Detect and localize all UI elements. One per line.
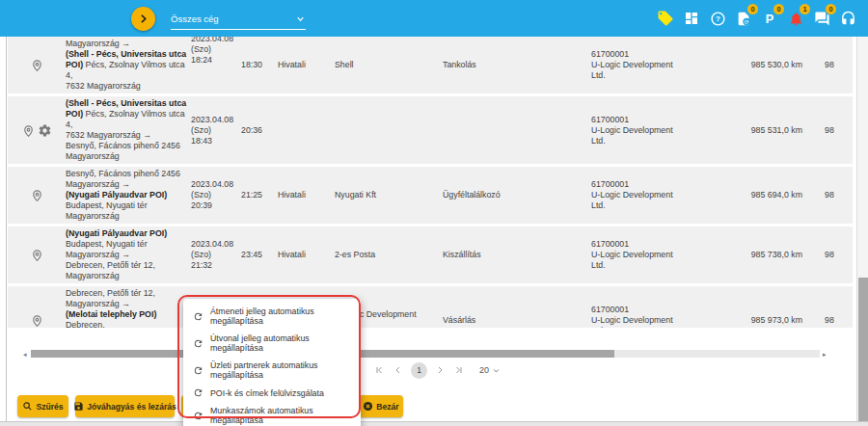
table-row[interactable]: Debrecen, Petőfi tér 12,Magyarország →(M… [8,286,853,328]
hscroll-right-arrow[interactable]: ▸ [823,351,827,359]
topbar-icon-group: ? ⟳ 0 P 0 1 0 [657,0,856,37]
panel-left-edge [6,37,7,421]
trip-address: (Shell - Pécs, Universitas utcaPOI) Pécs… [66,96,191,164]
table-row[interactable]: (Nyugati Pályaudvar POI)Budapest, Nyugat… [8,226,853,283]
page-size-value: 20 [479,365,489,375]
first-page-button[interactable] [372,363,386,377]
vertical-scrollbar[interactable] [856,37,868,421]
automation-menu-item-label: Átmeneti jelleg automatikus megállapítás… [210,306,351,326]
headset-icon[interactable] [839,10,856,27]
trip-purpose: Tankolás [434,58,542,72]
page-size-select[interactable]: 20 [479,365,501,375]
trip-date: 2023.04.08(Szo)18:43 [191,113,241,148]
row-icons [8,56,66,74]
filter-button[interactable]: Szűrés [17,395,68,417]
chevron-down-icon [295,13,306,24]
trip-end-time: 20:36 [241,123,278,138]
svg-text:?: ? [716,14,720,23]
table-row[interactable]: (Shell - Pécs, Universitas utcaPOI) Pécs… [8,96,853,164]
trip-address: Debrecen, Petőfi tér 12,Magyarország →(M… [66,286,191,328]
refresh-icon [193,311,203,322]
trip-next-column-cut: 98 [808,248,853,262]
window-bottom-strip [0,421,868,426]
close-circle-icon [363,401,373,412]
trip-type [278,128,328,132]
expand-panel-button[interactable] [131,7,155,31]
previous-page-button[interactable] [392,363,405,377]
pin-icon [30,188,44,202]
company-filter-select[interactable]: Összes cég [171,9,306,30]
topbar: Összes cég ? ⟳ 0 P 0 [0,0,868,37]
trip-partner: 2-es Posta [328,248,434,262]
trip-date: 2023.04.08(Szo)18:24 [191,37,241,67]
trip-odometer: 985 530,0 km [687,58,808,72]
trip-date: 2023.04.08(Szo)21:32 [191,237,241,273]
next-page-button[interactable] [433,363,447,377]
trip-purpose [434,128,542,132]
parking-icon[interactable]: P 0 [761,10,778,27]
company-filter-value: Összes cég [171,13,219,24]
svg-text:P: P [766,13,774,26]
dashboard-icon[interactable] [683,10,700,27]
gear-icon[interactable] [38,123,52,138]
close-button-label: Bezár [376,402,398,412]
table-row[interactable]: Besnyő, Fácános pihenő 2456Magyarország … [8,167,853,224]
trip-address: Besnyő, Fácános pihenő 2456Magyarország … [66,167,191,224]
trip-next-column-cut: 98 [808,123,853,138]
trip-next-column-cut: 98 [808,188,853,202]
automation-menu-item[interactable]: Útvonal jelleg automatikus megállapítása [183,330,361,357]
trip-date: 2023.04.08(Szo)20:39 [191,177,241,213]
close-button[interactable]: Bezár [359,395,403,417]
trip-end-time: 18:30 [241,58,278,72]
hscroll-left-arrow[interactable]: ◂ [23,351,27,359]
trip-odometer: 985 973,0 km [687,313,808,328]
row-icons [8,186,66,204]
refresh-icon [193,338,203,349]
trip-end-time: 21:25 [241,188,278,202]
notification-bell-icon[interactable]: 1 [787,10,804,27]
last-page-button[interactable] [452,363,466,377]
trip-work-number: 61700001U-Logic Development Ltd. [542,113,687,148]
chevron-right-icon [137,13,149,25]
current-page[interactable]: 1 [411,362,427,379]
parking-badge: 0 [773,4,784,14]
messages-icon[interactable]: 0 [813,10,830,27]
trip-address: (Nyugati Pályaudvar POI)Budapest, Nyugat… [66,226,191,283]
approve-close-button[interactable]: Jóváhagyás és lezárás [75,395,175,417]
refresh-icon [193,387,203,398]
refresh-icon [193,411,203,421]
trip-type: Hivatali [278,248,328,262]
trip-work-number: 61700001U-Logic Development Ltd. [542,237,687,273]
trip-purpose: Vásárlás [434,313,542,328]
automation-menu-item[interactable]: Üzleti partnerek automatikus megállapítá… [183,357,361,384]
trip-purpose: Kiszállítás [434,248,542,262]
automation-menu-item[interactable]: Átmeneti jelleg automatikus megállapítás… [183,303,361,330]
trip-odometer: 985 694,0 km [687,188,808,202]
document-sync-icon[interactable]: ⟳ 0 [735,10,752,27]
help-icon[interactable]: ? [709,10,726,27]
trip-partner: Nyugati Kft [328,188,434,202]
vertical-scrollbar-thumb[interactable] [858,278,868,421]
tag-icon[interactable] [657,10,674,27]
trip-work-number: 61700001U-Logic Development Ltd. [542,177,687,213]
messages-badge: 0 [826,4,836,14]
horizontal-scrollbar[interactable] [31,350,820,358]
notifications-badge: 1 [800,4,810,14]
search-icon [22,401,33,412]
pagination: 1 20 [372,361,501,379]
refresh-icon [193,365,203,376]
table-row[interactable]: Magyarország →(Shell - Pécs, Universitas… [8,37,853,93]
row-icons [8,121,66,140]
automation-menu-item[interactable]: POI-k és címek felülvizsgálata [183,384,361,402]
svg-text:⟳: ⟳ [744,18,748,24]
trip-partner [328,128,434,132]
row-icons [8,311,66,329]
trip-log-window: Összes cég ? ⟳ 0 P 0 [0,0,868,426]
trip-type: Hivatali [278,188,328,202]
automation-menu-item[interactable]: Munkaszámok automatikus megállapítása [183,402,361,426]
automation-menu-item-label: Munkaszámok automatikus megállapítása [210,406,351,425]
trip-odometer: 985 531,0 km [687,123,808,138]
filter-button-label: Szűrés [36,402,63,412]
trip-next-column-cut: 98 [808,58,853,72]
trip-next-column-cut: 98 [808,313,853,328]
